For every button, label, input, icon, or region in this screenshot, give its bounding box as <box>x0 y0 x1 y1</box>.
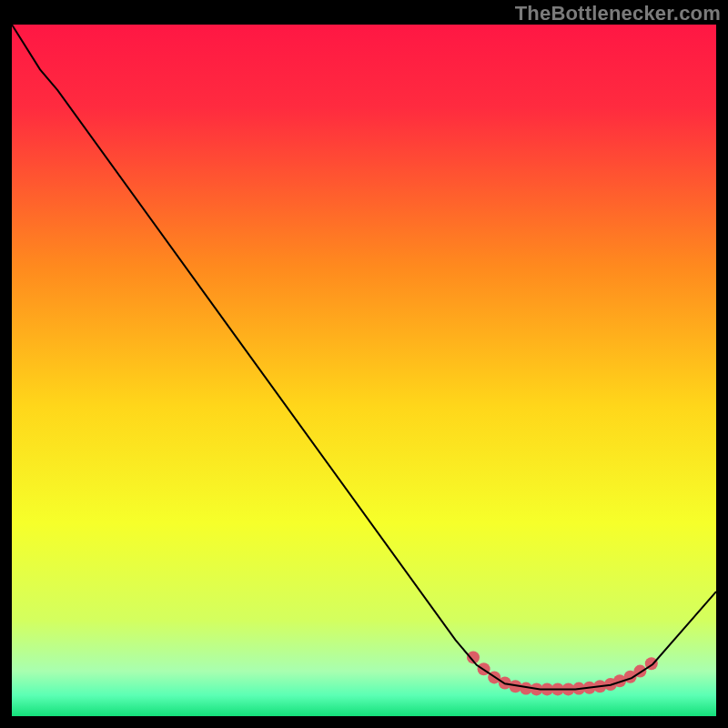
plot-background <box>12 25 716 716</box>
chart-frame: TheBottlenecker.com <box>0 0 728 728</box>
bottleneck-chart <box>0 0 728 728</box>
watermark-text: TheBottlenecker.com <box>515 2 721 25</box>
